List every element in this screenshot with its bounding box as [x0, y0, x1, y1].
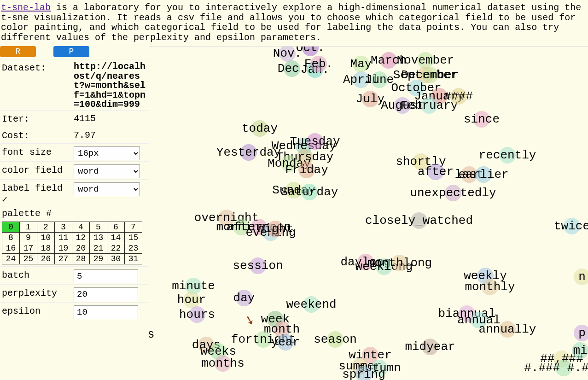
- palette-cell[interactable]: 8: [2, 233, 20, 243]
- data-point-label: after: [418, 165, 454, 179]
- labelfield-label: label field ✓: [2, 181, 74, 205]
- palette-cell[interactable]: 24: [2, 254, 20, 264]
- pause-button[interactable]: P: [53, 46, 89, 57]
- palette-cell[interactable]: 5: [90, 222, 107, 233]
- data-point-label: months: [201, 357, 245, 370]
- palette-cell[interactable]: 0: [2, 222, 20, 233]
- intro-text: t-sne-lab is a laboratory for you to int…: [0, 0, 588, 46]
- data-point-label: earlier: [458, 168, 508, 181]
- data-point-label: June: [365, 73, 394, 87]
- colorfield-select[interactable]: word: [74, 164, 140, 178]
- palette-cell[interactable]: 2: [37, 222, 55, 233]
- palette-cell[interactable]: 31: [125, 254, 142, 264]
- palette-cell[interactable]: 7: [125, 222, 142, 233]
- data-point-label: midyear: [405, 340, 455, 354]
- palette-cell[interactable]: 21: [90, 243, 107, 254]
- labelfield-select[interactable]: word: [74, 182, 140, 196]
- palette-table: 0123456789101112131415161718192021222324…: [2, 222, 142, 264]
- dataset-label: Dataset:: [2, 60, 74, 73]
- fontsize-label: font size: [2, 145, 74, 158]
- data-point-label: Friday: [285, 163, 328, 177]
- palette-cell[interactable]: 10: [37, 233, 55, 243]
- data-point-label: Tuesday: [290, 134, 340, 148]
- data-point-label: December: [402, 68, 459, 82]
- palette-cell[interactable]: 19: [55, 243, 72, 254]
- data-point-label: annually: [479, 322, 536, 336]
- restart-button[interactable]: R: [0, 46, 36, 57]
- data-point-label: season: [314, 333, 357, 346]
- palette-cell[interactable]: 23: [125, 243, 142, 254]
- palette-cell[interactable]: 22: [107, 243, 125, 254]
- data-point-label: hour: [177, 293, 206, 307]
- palette-cell[interactable]: 13: [90, 233, 107, 243]
- data-point-label: Feb.: [304, 57, 333, 71]
- palette-cell[interactable]: 11: [55, 233, 72, 243]
- arrow-icon: ➘: [243, 311, 256, 329]
- colorfield-label: color field: [2, 163, 74, 175]
- palette-cell[interactable]: 28: [72, 254, 90, 264]
- batch-input[interactable]: [74, 269, 138, 283]
- data-point-label: Oct.: [296, 46, 325, 55]
- data-point-label: July: [356, 92, 384, 106]
- palette-cell[interactable]: 12: [72, 233, 90, 243]
- data-point-label: closely_watched: [365, 214, 473, 228]
- tsne-lab-link[interactable]: t-sne-lab: [1, 2, 51, 13]
- data-point-label: since: [464, 112, 500, 126]
- epsilon-input[interactable]: [74, 305, 138, 319]
- iter-value: 4115: [74, 111, 147, 124]
- palette-cell[interactable]: 25: [20, 254, 37, 264]
- data-point-label: monthlong: [367, 256, 432, 270]
- sidebar: R P Dataset: http://localhost/q/nearest?…: [0, 46, 149, 380]
- palette-cell[interactable]: 18: [37, 243, 55, 254]
- palette-cell[interactable]: 20: [72, 243, 90, 254]
- data-point-label: mi: [573, 344, 587, 357]
- data-point-label: weekend: [286, 298, 336, 311]
- palette-cell[interactable]: 27: [55, 254, 72, 264]
- dataset-value: http://localhost/q/nearest?w=month&self=…: [74, 60, 147, 109]
- data-point-label: Saturday: [281, 185, 338, 199]
- palette-cell[interactable]: 6: [107, 222, 125, 233]
- palette-cell[interactable]: 4: [72, 222, 90, 233]
- perplexity-label: perplexity: [2, 286, 74, 298]
- palette-cell[interactable]: 26: [37, 254, 55, 264]
- palette-cell[interactable]: 3: [55, 222, 72, 233]
- cost-value: 7.97: [74, 128, 147, 140]
- palette-cell[interactable]: 9: [20, 233, 37, 243]
- data-point-label: unexpectedly: [410, 186, 496, 200]
- iter-label: Iter:: [2, 111, 74, 124]
- data-point-label: today: [242, 122, 278, 135]
- data-point-label: n: [578, 270, 586, 284]
- tsne-plot[interactable]: s ➘ Nov.Oct.Dec.Jan.Feb.MayAprilJulyJune…: [149, 46, 588, 380]
- data-point-label: night: [257, 222, 293, 236]
- data-point-label: ####: [444, 89, 473, 103]
- cost-label: Cost:: [2, 128, 74, 141]
- data-point-label: minute: [172, 279, 215, 293]
- data-point-label: monthly: [465, 280, 515, 294]
- data-point-label: p: [578, 326, 586, 340]
- palette-cell[interactable]: 29: [90, 254, 107, 264]
- data-point-label: session: [233, 259, 283, 273]
- intro-body: is a laboratory for you to interactively…: [1, 2, 581, 43]
- data-point-label: #.### #.###: [524, 361, 588, 375]
- data-point-label: day: [233, 291, 255, 305]
- batch-label: batch: [2, 268, 74, 281]
- stray-letter: s: [149, 327, 155, 341]
- palette-cell[interactable]: 16: [2, 243, 20, 254]
- data-point-label: year: [271, 335, 300, 349]
- palette-cell[interactable]: 30: [107, 254, 125, 264]
- palette-cell[interactable]: 14: [107, 233, 125, 243]
- fontsize-select[interactable]: 16px: [74, 146, 140, 160]
- palette-label: palette #: [0, 206, 149, 221]
- epsilon-label: epsilon: [2, 304, 74, 316]
- perplexity-input[interactable]: [74, 287, 138, 301]
- palette-cell[interactable]: 1: [20, 222, 37, 233]
- data-point-label: spring: [342, 368, 385, 380]
- data-point-label: recently: [479, 148, 536, 162]
- data-point-label: May: [350, 57, 372, 71]
- palette-cell[interactable]: 17: [20, 243, 37, 254]
- palette-cell[interactable]: 15: [125, 233, 142, 243]
- data-point-label: November: [397, 53, 454, 67]
- data-point-label: hours: [179, 308, 215, 322]
- data-point-label: twice: [554, 219, 588, 233]
